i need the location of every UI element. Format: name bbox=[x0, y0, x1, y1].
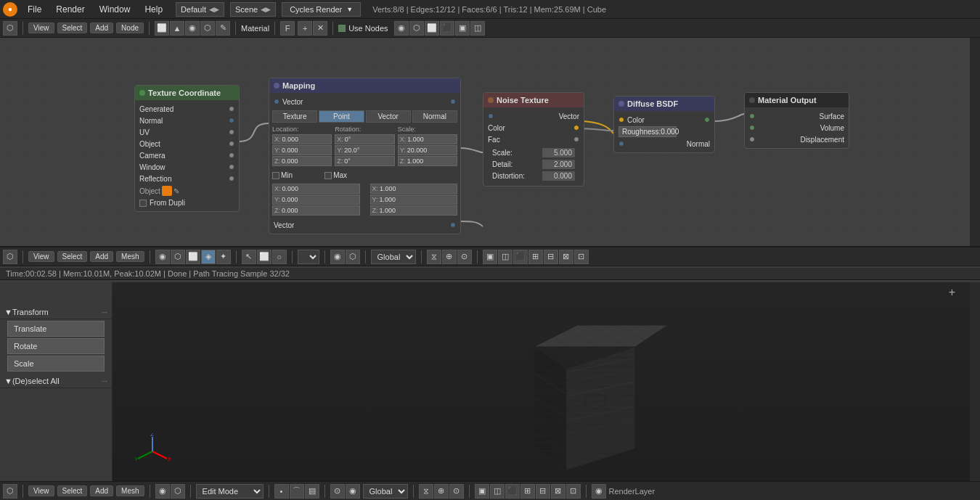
rot-y[interactable]: Y:20.0° bbox=[335, 145, 394, 155]
vp-icon-1[interactable]: ◉ bbox=[155, 250, 170, 264]
socket-diffuse-normal[interactable] bbox=[618, 141, 624, 147]
render-icon-3[interactable]: ⬜ bbox=[425, 21, 439, 36]
socket-displacement-in[interactable] bbox=[749, 136, 755, 142]
node-icon-1[interactable]: ⬜ bbox=[155, 21, 169, 36]
rot-z[interactable]: Z:0° bbox=[335, 156, 394, 166]
socket-noise-color[interactable] bbox=[573, 125, 579, 131]
scale-x[interactable]: X:1.000 bbox=[398, 134, 457, 144]
vp-icon-3[interactable]: ⬜ bbox=[186, 250, 200, 264]
pivot-selector[interactable]: Global Local bbox=[371, 250, 416, 264]
vp-select-icon-1[interactable]: ↖ bbox=[242, 250, 256, 264]
min-y[interactable]: Y:0.000 bbox=[272, 194, 360, 205]
socket-reflection[interactable] bbox=[229, 176, 234, 181]
node-node-menu[interactable]: Node bbox=[116, 22, 144, 33]
loc-z[interactable]: Z:0.000 bbox=[272, 156, 332, 166]
min-x[interactable]: X:0.000 bbox=[272, 184, 360, 194]
node-texture-coordinate[interactable]: Texture Coordinate Generated Normal UV bbox=[134, 85, 240, 212]
shading-icon-1[interactable]: ⊙ bbox=[330, 484, 345, 499]
vp-add-menu[interactable]: Add bbox=[90, 251, 113, 262]
node-noise-texture[interactable]: Noise Texture Vector Color Fac bbox=[483, 92, 584, 187]
node-icon-4[interactable]: ⬡ bbox=[200, 21, 215, 36]
noise-scale-val[interactable]: 5.000 bbox=[542, 148, 575, 157]
socket-vec-out-bottom[interactable] bbox=[450, 222, 456, 228]
menu-window[interactable]: Window bbox=[95, 3, 135, 16]
bot-mode-selector[interactable]: Edit Mode Object Mode bbox=[196, 484, 264, 499]
bot-mesh-menu[interactable]: Mesh bbox=[116, 485, 144, 496]
node-view-menu[interactable]: View bbox=[28, 22, 54, 33]
bot-icon-1[interactable]: ◉ bbox=[155, 484, 170, 499]
socket-normal[interactable] bbox=[229, 118, 234, 123]
tab-normal[interactable]: Normal bbox=[412, 110, 457, 123]
add-view-icon[interactable]: + bbox=[949, 286, 955, 299]
menu-render[interactable]: Render bbox=[52, 3, 89, 16]
render-icon-6[interactable]: ◫ bbox=[470, 21, 485, 36]
node-material-output[interactable]: Material Output Surface Volume bbox=[744, 92, 849, 149]
bot-right-icon-2[interactable]: ◫ bbox=[490, 484, 505, 499]
vp-view-menu[interactable]: View bbox=[28, 251, 54, 262]
render-icon-1[interactable]: ◉ bbox=[394, 21, 409, 36]
vp-mesh-menu[interactable]: Mesh bbox=[116, 251, 144, 262]
socket-object[interactable] bbox=[229, 141, 234, 147]
socket-noise-fac[interactable] bbox=[573, 136, 579, 142]
vp-extra-icon-2[interactable]: ⬡ bbox=[346, 250, 360, 264]
deselect-section-header[interactable]: ▼ (De)select All ··· bbox=[0, 374, 112, 388]
min-checkbox[interactable] bbox=[272, 172, 279, 179]
mode-selector[interactable]: Edit Mode bbox=[298, 250, 319, 264]
vp-right-icon-5[interactable]: ⊟ bbox=[544, 250, 558, 264]
socket-vec-out[interactable] bbox=[450, 99, 456, 104]
face-icon[interactable]: ▤ bbox=[305, 484, 319, 499]
workspace-selector[interactable]: Default ◀▶ bbox=[176, 2, 224, 17]
vertex-icon[interactable]: • bbox=[274, 484, 289, 499]
min-z[interactable]: Z:0.000 bbox=[272, 205, 360, 216]
right-scrollbar[interactable] bbox=[970, 282, 980, 500]
max-x[interactable]: X:1.000 bbox=[370, 184, 458, 194]
node-select-menu[interactable]: Select bbox=[57, 22, 88, 33]
use-nodes-checkbox[interactable] bbox=[338, 25, 346, 32]
node-browse-icon[interactable]: F bbox=[280, 21, 295, 36]
noise-distortion-val[interactable]: 0.000 bbox=[542, 171, 575, 181]
scene-selector[interactable]: Scene ◀▶ bbox=[230, 2, 276, 17]
socket-diffuse-color-in[interactable] bbox=[618, 117, 624, 123]
socket-vec-in[interactable] bbox=[274, 99, 279, 104]
render-icon-2[interactable]: ⬡ bbox=[409, 21, 424, 36]
tab-vector[interactable]: Vector bbox=[366, 110, 411, 123]
shading-icon-2[interactable]: ◉ bbox=[346, 484, 360, 499]
bot-select-menu[interactable]: Select bbox=[57, 485, 88, 496]
roughness-field[interactable]: Roughness:0.000 bbox=[618, 126, 677, 137]
socket-surface-in[interactable] bbox=[749, 113, 755, 119]
node-icon-3[interactable]: ◉ bbox=[185, 21, 200, 36]
max-checkbox[interactable] bbox=[324, 172, 332, 179]
tab-point[interactable]: Point bbox=[319, 110, 364, 123]
vp-snap-icon[interactable]: ⧖ bbox=[427, 250, 441, 264]
node-icon-5[interactable]: ✎ bbox=[216, 21, 230, 36]
node-editor-canvas[interactable]: Texture Coordinate Generated Normal UV bbox=[0, 38, 970, 246]
bot-right-icon-3[interactable]: ⬛ bbox=[505, 484, 520, 499]
node-new-icon[interactable]: + bbox=[298, 21, 312, 36]
vp-right-icon-6[interactable]: ⊠ bbox=[559, 250, 573, 264]
socket-uv[interactable] bbox=[229, 129, 234, 135]
socket-bsdf-out[interactable] bbox=[704, 117, 710, 123]
render-engine-selector[interactable]: Cycles Render ▼ bbox=[282, 2, 361, 17]
object-dropdown[interactable]: Object ✎ bbox=[135, 184, 239, 197]
bot-right-icon-7[interactable]: ⊡ bbox=[566, 484, 581, 499]
vp-right-icon-2[interactable]: ◫ bbox=[498, 250, 513, 264]
vp-magnet-icon[interactable]: ⊕ bbox=[442, 250, 457, 264]
loc-x[interactable]: X:0.000 bbox=[272, 134, 332, 144]
vp-right-icon-7[interactable]: ⊡ bbox=[574, 250, 589, 264]
tab-texture[interactable]: Texture bbox=[272, 110, 317, 123]
max-y[interactable]: Y:1.000 bbox=[370, 194, 458, 205]
vp-right-icon-4[interactable]: ⊞ bbox=[528, 250, 543, 264]
loc-y[interactable]: Y:0.000 bbox=[272, 145, 332, 155]
render-icon-4[interactable]: ⬛ bbox=[440, 21, 454, 36]
node-add-menu[interactable]: Add bbox=[90, 22, 113, 33]
vp-select-icon-3[interactable]: ○ bbox=[272, 250, 287, 264]
node-x-icon[interactable]: ✕ bbox=[313, 21, 327, 36]
vp-select-icon-2[interactable]: ⬜ bbox=[257, 250, 271, 264]
vp-right-icon-3[interactable]: ⬛ bbox=[513, 250, 528, 264]
socket-generated[interactable] bbox=[229, 106, 234, 112]
bot-right-icon-1[interactable]: ▣ bbox=[475, 484, 489, 499]
viewport-3d[interactable]: X Y Z + (1) Cube bbox=[113, 282, 970, 500]
noise-detail-val[interactable]: 2.000 bbox=[542, 160, 575, 169]
node-mapping[interactable]: Mapping Vector Texture Point bbox=[269, 78, 461, 234]
vp-icon-2[interactable]: ⬡ bbox=[171, 250, 185, 264]
